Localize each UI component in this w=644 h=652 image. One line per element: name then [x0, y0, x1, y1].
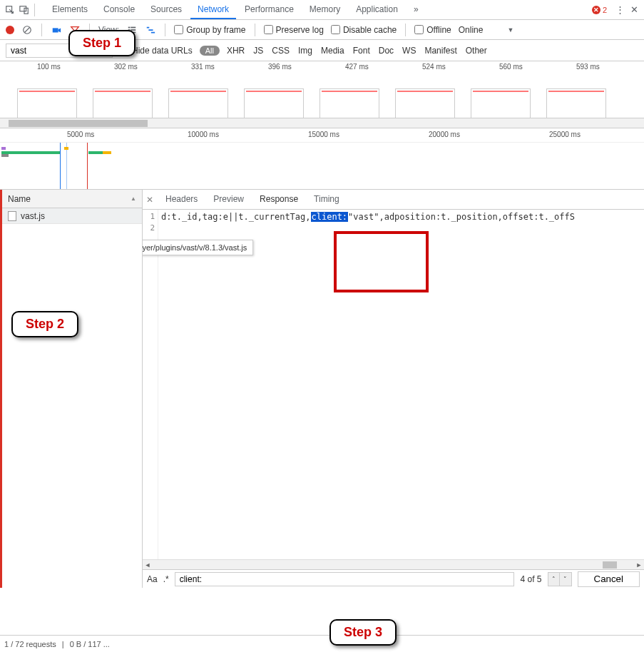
record-icon[interactable]	[6, 26, 14, 34]
tab-network[interactable]: Network	[190, 1, 236, 19]
detail-tab-preview[interactable]: Preview	[206, 190, 251, 209]
offline-checkbox[interactable]	[414, 25, 424, 34]
filmstrip-thumb[interactable]	[395, 88, 455, 118]
type-doc[interactable]: Doc	[379, 46, 394, 56]
type-manifest[interactable]: Manifest	[424, 46, 456, 56]
filmstrip-thumb[interactable]	[93, 88, 153, 118]
kebab-menu-icon[interactable]: ⋮	[614, 4, 625, 16]
tab-performance[interactable]: Performance	[237, 1, 301, 19]
callout-step-2: Step 2	[11, 311, 78, 337]
separator	[165, 24, 165, 36]
tab-console[interactable]: Console	[96, 1, 142, 19]
scroll-right-icon[interactable]: ►	[634, 560, 644, 570]
filmstrip-ticks: 100 ms 302 ms 331 ms 396 ms 427 ms 524 m…	[0, 61, 644, 74]
search-highlight: client:	[311, 212, 349, 222]
filter-type-all[interactable]: All	[200, 46, 220, 56]
preserve-log-option[interactable]: Preserve log	[264, 25, 324, 35]
svg-rect-6	[131, 26, 136, 28]
preserve-log-checkbox[interactable]	[264, 25, 273, 34]
errors-count: 2	[603, 6, 607, 14]
camera-icon[interactable]	[51, 24, 62, 36]
filmstrip-thumb[interactable]	[17, 88, 77, 118]
devtools-tabbar: Elements Console Sources Network Perform…	[0, 0, 644, 20]
response-search-bar: Aa .* 4 of 5 ˄ ˅ Cancel	[143, 569, 644, 588]
status-bar: 1 / 72 requests | 0 B / 117 ...	[0, 635, 644, 652]
tabs-overflow-icon[interactable]: »	[407, 1, 426, 19]
inspect-icon[interactable]	[4, 4, 16, 16]
type-img[interactable]: Img	[298, 46, 312, 56]
list-header[interactable]: Name ▲	[2, 190, 142, 208]
detail-tab-headers[interactable]: Headers	[158, 190, 205, 209]
filmstrip-thumb[interactable]	[244, 88, 304, 118]
view-waterfall-icon[interactable]	[145, 24, 156, 36]
filmstrip-thumb[interactable]	[168, 88, 228, 118]
svg-rect-1	[20, 6, 26, 11]
search-nav: ˄ ˅	[548, 572, 572, 586]
requests-count: 1 / 72 requests	[4, 640, 56, 648]
code-horizontal-scrollbar[interactable]: ◄ ►	[143, 559, 644, 569]
search-input[interactable]	[175, 572, 515, 586]
regex-toggle[interactable]: .*	[163, 574, 169, 584]
filmstrip: 100 ms 302 ms 331 ms 396 ms 427 ms 524 m…	[0, 61, 644, 118]
svg-rect-5	[128, 26, 131, 28]
close-devtools-icon[interactable]: ✕	[628, 4, 640, 16]
waterfall-ruler: 5000 ms 10000 ms 15000 ms 20000 ms 25000…	[0, 128, 644, 143]
type-font[interactable]: Font	[353, 46, 370, 56]
scrollbar-thumb[interactable]	[603, 561, 617, 569]
clear-icon[interactable]	[21, 24, 33, 36]
request-name: vast.js	[21, 211, 45, 221]
throttling-dropdown-icon[interactable]: ▼	[507, 26, 513, 34]
errors-indicator[interactable]: ✕ 2	[588, 6, 611, 14]
filter-types: XHR JS CSS Img Media Font Doc WS Manifes…	[227, 46, 487, 56]
close-detail-icon[interactable]: ✕	[143, 195, 157, 205]
detail-tab-timing[interactable]: Timing	[307, 190, 347, 209]
svg-rect-4	[53, 28, 58, 32]
transfer-size: 0 B / 117 ...	[70, 640, 110, 648]
request-url-tooltip: https://ssl.p.jwpcdn.com/player/plugins/…	[143, 240, 253, 255]
type-ws[interactable]: WS	[402, 46, 416, 56]
callout-step-1: Step 1	[68, 30, 136, 56]
callout-step-3: Step 3	[329, 619, 397, 646]
separator	[255, 24, 255, 36]
filmstrip-thumbs	[0, 87, 644, 118]
type-other[interactable]: Other	[466, 46, 487, 56]
detail-tabs: ✕ Headers Preview Response Timing	[143, 190, 644, 210]
sort-asc-icon: ▲	[131, 195, 136, 202]
scrollbar-thumb[interactable]	[9, 120, 148, 127]
request-row-vastjs[interactable]: vast.js	[2, 208, 142, 224]
waterfall-overview[interactable]	[0, 143, 644, 190]
separator	[34, 4, 35, 16]
tab-memory[interactable]: Memory	[302, 1, 347, 19]
disable-cache-checkbox[interactable]	[331, 25, 340, 34]
tab-application[interactable]: Application	[349, 1, 405, 19]
detail-tab-response[interactable]: Response	[252, 190, 305, 209]
match-case-toggle[interactable]: Aa	[147, 574, 158, 584]
filmstrip-scrollbar[interactable]	[0, 118, 644, 128]
match-count: 4 of 5	[520, 574, 541, 584]
disable-cache-option[interactable]: Disable cache	[331, 25, 397, 35]
throttling-select[interactable]: Online	[459, 25, 484, 35]
device-toggle-icon[interactable]	[19, 4, 30, 16]
separator	[405, 24, 406, 36]
tab-elements[interactable]: Elements	[45, 1, 95, 19]
group-by-frame-checkbox[interactable]	[174, 25, 183, 34]
gutter: 1 2	[143, 210, 158, 559]
type-media[interactable]: Media	[321, 46, 344, 56]
offline-option[interactable]: Offline	[414, 25, 451, 35]
error-icon: ✕	[592, 6, 600, 14]
file-icon	[8, 211, 16, 221]
filmstrip-thumb[interactable]	[546, 88, 606, 118]
filmstrip-thumb[interactable]	[320, 88, 379, 118]
search-cancel-button[interactable]: Cancel	[578, 571, 640, 587]
search-prev-icon[interactable]: ˄	[548, 573, 560, 586]
tab-sources[interactable]: Sources	[143, 1, 189, 19]
filmstrip-thumb[interactable]	[471, 88, 531, 118]
separator	[41, 24, 42, 36]
type-xhr[interactable]: XHR	[227, 46, 245, 56]
search-next-icon[interactable]: ˅	[560, 573, 571, 586]
scroll-left-icon[interactable]: ◄	[143, 560, 153, 570]
group-by-frame-option[interactable]: Group by frame	[174, 25, 245, 35]
type-css[interactable]: CSS	[272, 46, 290, 56]
type-js[interactable]: JS	[253, 46, 263, 56]
network-main: Name ▲ vast.js ✕ Headers Preview Respons…	[0, 190, 644, 588]
